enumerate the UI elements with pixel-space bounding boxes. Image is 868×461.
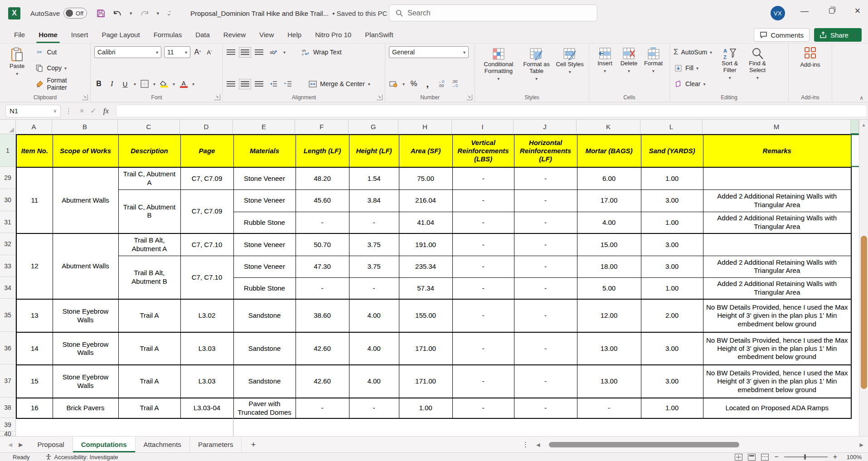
cell-e35[interactable]: Sandstone: [233, 299, 296, 332]
redo-button[interactable]: [140, 9, 150, 18]
formula-input[interactable]: [116, 105, 867, 117]
cell-e31[interactable]: Rubble Stone: [233, 212, 296, 233]
row-header-30[interactable]: 30: [0, 189, 16, 211]
collapse-ribbon-button[interactable]: ∧: [859, 95, 863, 101]
header-cell[interactable]: Sand (YARDS): [641, 135, 703, 167]
avatar[interactable]: VX: [771, 6, 785, 20]
header-cell[interactable]: Area (SF): [399, 135, 452, 167]
cell-j38[interactable]: -: [514, 398, 577, 418]
cell-a37[interactable]: 15: [16, 365, 53, 398]
column-header-b[interactable]: B: [52, 120, 118, 134]
fill-button[interactable]: Fill▾: [674, 62, 712, 74]
fill-color-button[interactable]: [160, 79, 169, 88]
enter-icon[interactable]: ✓: [90, 107, 96, 115]
delete-cells-button[interactable]: Delete▾: [617, 46, 641, 74]
cell-i30[interactable]: -: [452, 189, 514, 212]
cell-m36[interactable]: No BW Details Provided, hence I used the…: [703, 332, 851, 365]
cell-k34[interactable]: 5.00: [577, 277, 641, 299]
header-cell[interactable]: Remarks: [703, 135, 851, 167]
cell-f38[interactable]: -: [296, 398, 349, 418]
column-header-e[interactable]: E: [233, 120, 295, 134]
cell-f31[interactable]: -: [296, 212, 349, 233]
cell-k36[interactable]: 13.00: [577, 332, 641, 365]
cell-l32[interactable]: 3.00: [641, 233, 703, 256]
horizontal-scroll-thumb[interactable]: [549, 442, 739, 447]
horizontal-scrollbar[interactable]: ◀ ▶: [536, 441, 863, 448]
cell-d36[interactable]: L3.03: [180, 332, 233, 365]
row-header-38[interactable]: 38: [0, 398, 16, 418]
cell-l34[interactable]: 1.00: [641, 277, 703, 299]
page-break-view-button[interactable]: [761, 454, 769, 461]
cell-m32[interactable]: [703, 233, 851, 256]
header-cell[interactable]: Item No.: [16, 135, 53, 167]
cell-d37[interactable]: L3.03: [180, 365, 233, 398]
column-header-l[interactable]: L: [640, 120, 703, 134]
sheet-tab-attachments[interactable]: Attachments: [136, 437, 190, 452]
cell-h30[interactable]: 216.04: [399, 189, 452, 212]
cell-e32[interactable]: Stone Veneer: [233, 233, 296, 256]
cell-l30[interactable]: 3.00: [641, 189, 703, 212]
merge-center-button[interactable]: Merge & Center▾: [309, 78, 370, 90]
insert-function-icon[interactable]: fx: [103, 107, 109, 116]
cell-e37[interactable]: Sandstone: [233, 365, 296, 398]
cell-e33[interactable]: Stone Veneer: [233, 256, 296, 277]
next-sheet-icon[interactable]: ▶: [19, 442, 23, 448]
minimize-button[interactable]: —: [794, 0, 815, 22]
cell-d35[interactable]: L3.02: [180, 299, 233, 332]
document-title[interactable]: Proposal_Dominion Trail Hike and Bike Tr…: [190, 10, 329, 17]
restore-button[interactable]: [821, 0, 842, 22]
ribbon-tab-home[interactable]: Home: [32, 26, 64, 43]
cell-j32[interactable]: -: [514, 233, 577, 256]
cell-j34[interactable]: -: [514, 277, 577, 299]
cell-d30[interactable]: C7, C7.09: [180, 189, 233, 233]
font-name-select[interactable]: Calibri▾: [94, 46, 161, 58]
cell-k35[interactable]: 12.00: [577, 299, 641, 332]
cell-m33[interactable]: Added 2 Additional Retaining Walls with …: [703, 256, 851, 277]
bold-button[interactable]: B: [94, 79, 103, 88]
cell-i36[interactable]: -: [452, 332, 514, 365]
zoom-out-button[interactable]: −: [774, 453, 778, 461]
find-select-button[interactable]: Find & Select▾: [744, 46, 771, 81]
copy-button[interactable]: Copy▾: [35, 62, 87, 74]
paste-button[interactable]: Paste▾: [4, 46, 30, 77]
ribbon-tab-planswift[interactable]: PlanSwift: [358, 26, 400, 43]
cell-j33[interactable]: -: [514, 256, 577, 277]
header-cell[interactable]: Length (LF): [296, 135, 349, 167]
cell-g31[interactable]: -: [349, 212, 399, 233]
active-cell-n1[interactable]: [851, 134, 859, 167]
cell-e30[interactable]: Stone Veneer: [233, 189, 296, 212]
column-header-h[interactable]: H: [398, 120, 452, 134]
cell-l29[interactable]: 1.00: [641, 167, 703, 189]
cell-l35[interactable]: 2.00: [641, 299, 703, 332]
cell-g30[interactable]: 3.84: [349, 189, 399, 212]
cell-a38[interactable]: 16: [16, 398, 53, 418]
increase-indent-button[interactable]: [283, 79, 292, 88]
decrease-decimal-button[interactable]: .00→0: [450, 79, 459, 88]
ribbon-tab-file[interactable]: File: [7, 26, 32, 43]
row-header-34[interactable]: 34: [0, 277, 16, 299]
saved-status[interactable]: • Saved to this PC∨: [332, 10, 393, 17]
cell-f33[interactable]: 47.30: [296, 256, 349, 277]
row-header-36[interactable]: 36: [0, 332, 16, 364]
new-sheet-button[interactable]: +: [242, 437, 265, 452]
vertical-scrollbar[interactable]: ▲: [859, 120, 868, 436]
prev-sheet-icon[interactable]: ◀: [8, 442, 12, 448]
cell-k30[interactable]: 17.00: [577, 189, 641, 212]
header-cell[interactable]: Height (LF): [349, 135, 399, 167]
accessibility-status[interactable]: Accessibility: Investigate: [45, 454, 118, 461]
ribbon-tab-review[interactable]: Review: [217, 26, 252, 43]
cell-h29[interactable]: 75.00: [399, 167, 452, 189]
cell-k38[interactable]: -: [577, 398, 641, 418]
column-header-d[interactable]: D: [180, 120, 233, 134]
format-painter-button[interactable]: Format Painter: [35, 78, 87, 90]
sheet-tab-proposal[interactable]: Proposal: [29, 437, 73, 452]
row-header-33[interactable]: 33: [0, 255, 16, 277]
undo-dropdown[interactable]: ▾: [130, 10, 132, 16]
cell-b29[interactable]: Abutment Walls: [53, 167, 118, 233]
underline-button[interactable]: U: [121, 79, 130, 88]
cell-i34[interactable]: -: [452, 277, 514, 299]
scroll-up-icon[interactable]: ▲: [859, 120, 868, 127]
column-header-i[interactable]: I: [452, 120, 514, 134]
cell-h36[interactable]: 171.00: [399, 332, 452, 365]
align-bottom-button[interactable]: [255, 49, 263, 56]
